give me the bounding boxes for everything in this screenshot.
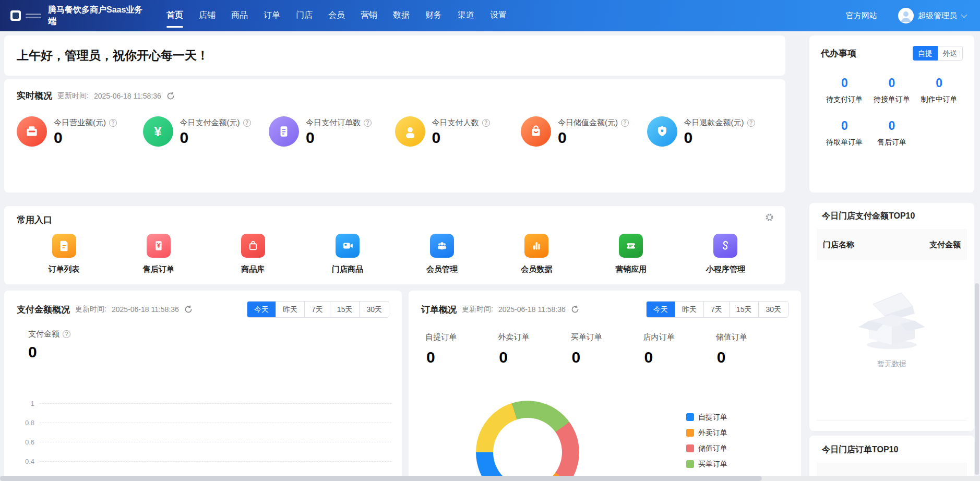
greeting-text: 上午好，管理员，祝你开心每一天！ [17,47,209,64]
entry-store-goods[interactable]: 门店商品 [332,234,363,274]
user-menu[interactable]: 超级管理员 [898,8,965,23]
todo-item-after-sale[interactable]: 0 售后订单 [868,119,916,147]
tab-today[interactable]: 今天 [247,302,276,317]
stat-value: 0 [54,129,117,147]
horizontal-scrollbar-thumb[interactable] [0,476,762,481]
tab-today[interactable]: 今天 [647,302,675,317]
stat-pay-users: 今日支付人数? 0 [395,116,521,147]
legend-swatch [686,429,694,437]
refresh-icon[interactable] [571,305,579,314]
help-icon[interactable]: ? [482,119,490,127]
menu-item-stores[interactable]: 门店 [288,0,320,31]
todo-item-unpaid[interactable]: 0 待支付订单 [821,76,868,104]
entry-miniprogram[interactable]: 小程序管理 [706,234,745,274]
menu-item-finance[interactable]: 财务 [417,0,450,31]
user-name: 超级管理员 [918,11,957,21]
order-stat-value: 0 [499,348,570,366]
toggle-pickup[interactable]: 自提 [913,46,938,61]
document-icon [269,116,299,147]
y-tick: 1 [17,400,34,407]
cash-register-icon [17,116,47,147]
stat-label: 今日支付金额(元) [180,118,240,128]
tab-15days[interactable]: 15天 [729,302,759,317]
todo-value: 0 [915,76,963,90]
entry-label: 商品库 [241,264,265,274]
help-icon[interactable]: ? [747,119,755,127]
tab-30days[interactable]: 30天 [758,302,788,317]
todo-title: 代办事项 [821,47,856,59]
tab-30days[interactable]: 30天 [359,302,389,317]
order-donut-chart [476,401,579,481]
entry-marketing-apps[interactable]: 营销应用 [615,234,647,274]
chevron-down-icon [961,12,967,18]
empty-state: 暂无数据 [809,283,974,369]
y-tick: 0.8 [17,419,34,427]
empty-box-illustration [851,283,933,351]
todo-value: 0 [821,119,868,133]
stat-value: 0 [558,129,629,147]
todo-item-to-accept[interactable]: 0 待接单订单 [868,76,916,104]
help-icon[interactable]: ? [364,119,372,127]
menu-item-orders[interactable]: 订单 [256,0,288,31]
column-pay-amount: 支付金额 [929,240,961,250]
help-icon[interactable]: ? [63,330,70,338]
entry-member-manage[interactable]: 会员管理 [426,234,458,274]
realtime-title: 实时概况 [17,90,52,102]
horizontal-scrollbar-track[interactable] [0,476,980,481]
top-orders-title: 今日门店订单TOP10 [809,444,974,455]
gear-icon[interactable] [765,213,774,224]
todo-item-making[interactable]: 0 制作中订单 [915,76,963,104]
refresh-icon[interactable] [184,305,193,314]
member-data-icon [524,234,548,258]
legend-item-pickup[interactable]: 自提订单 [686,412,727,423]
quick-entry-title: 常用入口 [17,214,52,226]
stat-revenue: 今日营业额(元)? 0 [17,116,143,147]
menu-item-members[interactable]: 会员 [320,0,353,31]
menu-item-home[interactable]: 首页 [159,0,191,31]
order-stat-label: 买单订单 [570,332,643,342]
todo-label: 售后订单 [868,138,916,147]
order-stat-paybill: 买单订单 0 [570,332,643,366]
tab-yesterday[interactable]: 昨天 [276,302,304,317]
refresh-icon[interactable] [166,92,175,100]
entry-goods-library[interactable]: 商品库 [241,234,265,274]
entry-label: 订单列表 [49,264,80,274]
tab-15days[interactable]: 15天 [330,302,360,317]
legend-item-paybill[interactable]: 买单订单 [686,459,727,470]
toggle-delivery[interactable]: 外送 [938,46,963,61]
greeting-card: 上午好，管理员，祝你开心每一天！ [4,35,785,76]
realtime-stats: 今日营业额(元)? 0 ¥ 今日支付金额(元)? 0 [17,116,773,147]
brand-logo-subtext [26,14,41,18]
payment-range-tabs: 今天 昨天 7天 15天 30天 [247,301,389,318]
menu-item-marketing[interactable]: 营销 [353,0,385,31]
order-stat-label: 店内订单 [643,332,716,342]
tab-7days[interactable]: 7天 [304,302,330,317]
entry-member-data[interactable]: 会员数据 [521,234,552,274]
menu-item-data[interactable]: 数据 [385,0,417,31]
legend-swatch [686,444,694,452]
menu-item-goods[interactable]: 商品 [223,0,256,31]
vertical-scrollbar-thumb[interactable] [975,283,979,475]
order-stat-value: 0 [571,348,643,366]
entry-label: 售后订单 [143,264,174,274]
entry-order-list[interactable]: 订单列表 [49,234,80,274]
help-icon[interactable]: ? [243,119,251,127]
help-icon[interactable]: ? [109,119,117,127]
update-time: 2025-06-18 11:58:36 [498,305,566,314]
menu-item-channels[interactable]: 渠道 [450,0,482,31]
official-site-link[interactable]: 官方网站 [846,11,877,21]
order-stat-value: 0 [717,348,788,366]
metric-label: 支付金额 [28,329,59,339]
entry-after-sale-orders[interactable]: 售后订单 [143,234,174,274]
legend-item-takeout[interactable]: 外卖订单 [686,427,727,438]
tab-yesterday[interactable]: 昨天 [675,302,703,317]
todo-item-to-pickup[interactable]: 0 待取单订单 [821,119,868,147]
tab-7days[interactable]: 7天 [703,302,729,317]
menu-item-settings[interactable]: 设置 [482,0,515,31]
miniprogram-icon [713,234,737,258]
stat-value: 0 [684,129,755,147]
legend-item-stored[interactable]: 储值订单 [686,443,727,454]
help-icon[interactable]: ? [621,119,629,127]
y-tick: 0.4 [17,458,34,465]
menu-item-shop[interactable]: 店铺 [191,0,223,31]
